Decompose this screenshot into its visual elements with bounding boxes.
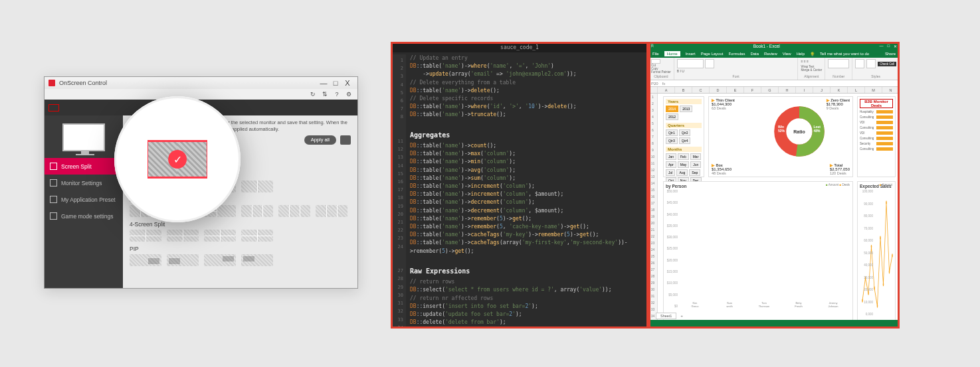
layout-tile[interactable] [130,181,161,192]
ratio-donut-chart: Ratio Win52% Lost48% [774,106,825,157]
filter-chip[interactable]: 2013 [680,106,692,112]
layout-tile[interactable] [278,205,310,217]
filter-chip[interactable]: 2012 [666,113,678,120]
editor-tab[interactable]: sauce_code_1 [391,42,648,52]
info-banner: i You can choose the screen split type f… [130,119,351,133]
menu-bar: File Home Insert Page Layout Formulas Da… [648,50,900,58]
app-icon [50,196,57,203]
section-heading: PIP [130,246,351,252]
layout-tile[interactable] [241,254,273,266]
layout-tile[interactable] [204,205,236,217]
sidebar-item-screen-split[interactable]: Screen Split [45,158,123,175]
column-headers[interactable]: ABCDEFGHIJKLMN [648,87,900,94]
filter-chip[interactable]: Apr [666,161,676,168]
filter-chip[interactable]: Qtr2 [679,129,691,136]
menu-home[interactable]: Home [664,51,680,56]
panel-title: B2B Monitor Deals [860,99,893,108]
worksheet[interactable]: 1234567891011121314151617181920212223242… [648,94,900,325]
sidebar-item-game-mode[interactable]: Game mode settings [45,208,123,224]
menu-help[interactable]: Help [797,52,805,56]
maximize-button[interactable]: □ [330,79,342,87]
filter-heading: Years [666,99,702,104]
layout-tile[interactable] [204,181,236,192]
layout-tile-full[interactable] [130,156,161,168]
minimize-button[interactable]: — [879,44,883,48]
layout-tile[interactable] [204,230,236,242]
monitor-tab-icon[interactable] [49,104,59,111]
apply-all-button[interactable]: Apply all [304,135,336,145]
minimize-button[interactable]: — [318,79,330,87]
autosave-icon[interactable]: ⎘ [651,44,654,48]
reset-button[interactable] [340,135,351,145]
share-button[interactable]: Share [885,52,896,56]
layout-tile[interactable] [167,181,199,192]
refresh-icon[interactable]: ↻ [310,91,316,98]
sidebar-item-app-preset[interactable]: My Application Preset [45,191,123,208]
menu-data[interactable]: Data [750,52,759,56]
format-painter-button[interactable]: Format Painter [651,70,671,74]
merge-center-button[interactable]: Merge & Center [801,68,822,72]
menu-insert[interactable]: Insert [686,52,696,56]
font-size[interactable] [705,59,714,68]
chart-title: by Person [666,184,850,188]
filter-chip[interactable]: Qtr1 [666,129,678,136]
filter-chip[interactable]: Qtr3 [666,137,678,144]
format-as-table-button[interactable] [866,59,876,68]
formula-bar[interactable]: P20fx [648,80,900,87]
conditional-fmt-button[interactable] [855,59,864,68]
titlebar[interactable]: ⎘ Book1 - Excel —□✕ [648,42,900,50]
svg-point-10 [886,200,887,204]
titlebar[interactable]: OnScreen Control — □ X [45,77,357,89]
sidebar-item-monitor-settings[interactable]: Monitor Settings [45,175,123,191]
code-area[interactable]: // Update an entry DB::table('name')->wh… [406,52,646,329]
layout-tile[interactable] [204,254,236,266]
menu-view[interactable]: View [783,52,791,56]
onscreen-control-window: OnScreen Control — □ X ↻ ⇅ ? ⚙ Screen Sp… [44,76,358,289]
layout-tile[interactable] [167,254,199,266]
layout-tile[interactable] [167,205,199,217]
tell-me-search[interactable]: Tell me what you want to do [820,52,869,56]
sheet-tab[interactable]: Sheet1 [656,313,676,319]
menu-file[interactable]: File [652,52,659,56]
menu-review[interactable]: Review [764,52,777,56]
layout-tile[interactable] [130,230,161,242]
font-box[interactable] [677,59,704,68]
filter-chip[interactable]: May [678,161,689,168]
ribbon-group-label: Alignment [801,74,822,78]
menu-page-layout[interactable]: Page Layout [701,52,724,56]
filter-chip[interactable]: Qtr4 [679,137,691,144]
maximize-button[interactable]: □ [887,44,890,48]
layout-tile[interactable] [241,181,273,192]
grid-icon [50,163,57,170]
cell-style-check[interactable]: Check Cell [878,62,896,66]
filter-chip[interactable]: Aug [676,169,688,176]
layout-tile[interactable] [130,205,161,217]
close-button[interactable]: ✕ [894,44,897,48]
menu-formulas[interactable]: Formulas [728,52,745,56]
layout-tile[interactable] [130,254,161,266]
code-editor-window: sauce_code_1 123456781112131415161718192… [391,42,648,329]
chart-legend: Amount Deals [826,183,850,186]
status-bar [648,320,900,327]
filter-chip[interactable]: Feb [678,153,689,160]
layout-tile[interactable] [241,205,273,217]
help-icon[interactable]: ? [334,91,340,98]
filter-chip[interactable]: Jun [690,161,701,168]
sheet-tabs[interactable]: Sheet1+ [648,312,687,320]
svg-point-7 [877,304,878,308]
name-box[interactable]: P20 [651,82,658,86]
row-headers[interactable]: 1234567891011121314151617181920212223242… [648,94,658,325]
paste-button[interactable] [651,59,660,64]
filter-chip[interactable]: Mar [690,153,702,160]
filter-chip[interactable]: 2014 [666,106,678,112]
sync-icon[interactable]: ⇅ [322,91,328,98]
number-format[interactable] [828,59,849,68]
layout-tile[interactable] [316,205,347,217]
close-button[interactable]: X [342,79,353,87]
layout-tile[interactable] [241,230,273,242]
filter-chip[interactable]: Sep [689,169,700,176]
layout-tile[interactable] [167,230,199,242]
filter-chip[interactable]: Jan [666,153,676,160]
settings-icon[interactable]: ⚙ [345,91,352,98]
filter-chip[interactable]: Jul [666,169,675,176]
